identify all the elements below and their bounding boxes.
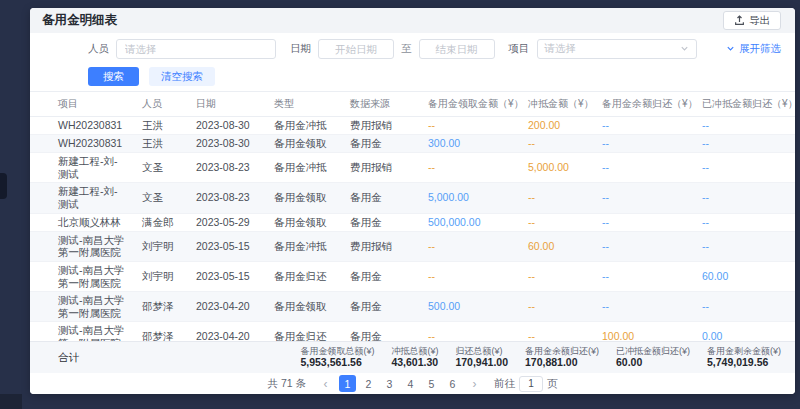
cell-project: 新建工程-刘-测试 xyxy=(30,183,134,213)
page-button-4[interactable]: 4 xyxy=(402,375,419,392)
cell-person: 文圣 xyxy=(134,153,188,183)
next-page-button[interactable]: › xyxy=(466,375,483,392)
page-button-5[interactable]: 5 xyxy=(423,375,440,392)
cell-amount-offset-returned: -- xyxy=(694,183,795,213)
cell-amount-balance-returned: -- xyxy=(594,261,694,291)
cell-amount-balance-returned: -- xyxy=(594,117,694,135)
summary-stat: 冲抵总额(¥) 43,601.30 xyxy=(391,346,438,370)
expand-filter-link[interactable]: 展开筛选 xyxy=(726,42,781,56)
summary-stats: 备用金领取总额(¥) 5,953,561.56 冲抵总额(¥) 43,601.3… xyxy=(300,346,781,370)
cell-type: 备用金归还 xyxy=(266,322,342,341)
cell-amount-offset: -- xyxy=(520,213,594,231)
person-filter-label: 人员 xyxy=(88,42,109,56)
date-end-input[interactable] xyxy=(419,39,495,59)
cell-project: WH20230831 xyxy=(30,117,134,135)
cell-type: 备用金冲抵 xyxy=(266,153,342,183)
cell-person: 满金郎 xyxy=(134,213,188,231)
column-header: 数据来源 xyxy=(342,92,420,117)
cell-amount-offset: -- xyxy=(520,322,594,341)
summary-stat-label: 冲抵总额(¥) xyxy=(391,346,438,357)
cell-amount-received: -- xyxy=(420,231,520,261)
goto-page-input[interactable] xyxy=(519,376,543,392)
summary-stat: 归还总额(¥) 170,941.00 xyxy=(455,346,508,370)
cell-source: 备用金 xyxy=(342,183,420,213)
summary-stat: 备用金剩余金额(¥) 5,749,019.56 xyxy=(707,346,781,370)
page-button-6[interactable]: 6 xyxy=(444,375,461,392)
cell-date: 2023-08-30 xyxy=(188,117,266,135)
summary-stat-label: 备用金领取总额(¥) xyxy=(300,346,374,357)
project-filter-label: 项目 xyxy=(509,42,530,56)
project-filter-select[interactable]: 请选择 xyxy=(537,39,697,59)
table-row: 新建工程-刘-测试 文圣 2023-08-23 备用金领取 备用金 5,000.… xyxy=(30,183,795,213)
report-window: 备用金明细表 导出 人员 日期 至 项目 请选择 xyxy=(30,8,795,394)
pagination-total: 共 71 条 xyxy=(267,377,306,391)
clear-search-button[interactable]: 清空搜索 xyxy=(149,67,215,86)
filter-bar: 人员 日期 至 项目 请选择 xyxy=(30,33,795,61)
table-row: 测试-南昌大学第一附属医院 邵梦泽 2023-04-20 备用金领取 备用金 5… xyxy=(30,292,795,322)
cell-amount-offset: 5,000.00 xyxy=(520,153,594,183)
summary-stat: 已冲抵金额归还(¥) 60.00 xyxy=(616,346,690,370)
export-button[interactable]: 导出 xyxy=(723,11,781,30)
page-button-3[interactable]: 3 xyxy=(381,375,398,392)
cell-amount-balance-returned: -- xyxy=(594,135,694,153)
summary-stat-value: 5,953,561.56 xyxy=(300,356,374,369)
summary-stat-label: 已冲抵金额归还(¥) xyxy=(616,346,690,357)
person-filter-input[interactable] xyxy=(116,39,276,59)
cell-amount-received: -- xyxy=(420,117,520,135)
table-header-row: 项目人员日期类型数据来源备用金领取金额（¥）冲抵金额（¥）备用金余额归还（¥）已… xyxy=(30,92,795,117)
column-header: 已冲抵金额归还（¥） xyxy=(694,92,795,117)
cell-date: 2023-08-30 xyxy=(188,135,266,153)
summary-stat-label: 备用金余额归还(¥) xyxy=(525,346,599,357)
date-filter-label: 日期 xyxy=(290,42,311,56)
goto-suffix: 页 xyxy=(547,377,558,391)
cell-amount-balance-returned: 100.00 xyxy=(594,322,694,341)
cell-person: 文圣 xyxy=(134,183,188,213)
search-button[interactable]: 搜索 xyxy=(88,67,139,86)
summary-stat-value: 170,941.00 xyxy=(455,356,508,369)
table-row: 测试-南昌大学第一附属医院 邵梦泽 2023-04-20 备用金归还 备用金 -… xyxy=(30,322,795,341)
filter-actions: 搜索 清空搜索 xyxy=(30,61,795,87)
date-start-input[interactable] xyxy=(318,39,394,59)
cell-amount-balance-returned: -- xyxy=(594,231,694,261)
cell-project: 测试-南昌大学第一附属医院 xyxy=(30,292,134,322)
cell-source: 备用金 xyxy=(342,292,420,322)
cell-source: 备用金 xyxy=(342,213,420,231)
cell-amount-received: 5,000.00 xyxy=(420,183,520,213)
page-button-1[interactable]: 1 xyxy=(339,375,356,392)
cell-amount-offset-returned: -- xyxy=(694,153,795,183)
expand-filter-label: 展开筛选 xyxy=(739,42,781,56)
cell-date: 2023-04-20 xyxy=(188,322,266,341)
table-row: 测试-南昌大学第一附属医院 刘宇明 2023-05-15 备用金归还 备用金 -… xyxy=(30,261,795,291)
cell-amount-balance-returned: -- xyxy=(594,183,694,213)
cell-type: 备用金归还 xyxy=(266,261,342,291)
cell-source: 费用报销 xyxy=(342,117,420,135)
cell-source: 备用金 xyxy=(342,322,420,341)
cell-source: 费用报销 xyxy=(342,231,420,261)
person-filter: 人员 xyxy=(88,39,276,59)
cell-project: 新建工程-刘-测试 xyxy=(30,153,134,183)
cell-amount-offset-returned: -- xyxy=(694,231,795,261)
column-header: 备用金领取金额（¥） xyxy=(420,92,520,117)
topbar: 备用金明细表 导出 xyxy=(30,8,795,33)
summary-stat-value: 43,601.30 xyxy=(391,356,438,369)
cell-amount-received: -- xyxy=(420,153,520,183)
cell-date: 2023-05-29 xyxy=(188,213,266,231)
date-filter: 日期 至 xyxy=(290,39,495,59)
page-button-2[interactable]: 2 xyxy=(360,375,377,392)
project-select-placeholder: 请选择 xyxy=(545,42,577,56)
goto-page: 前往 页 xyxy=(494,376,558,392)
cell-type: 备用金领取 xyxy=(266,135,342,153)
cell-project: 测试-南昌大学第一附属医院 xyxy=(30,261,134,291)
date-separator: 至 xyxy=(401,42,412,56)
cell-amount-received: 300.00 xyxy=(420,135,520,153)
cell-amount-offset-returned: -- xyxy=(694,135,795,153)
summary-stat: 备用金余额归还(¥) 170,881.00 xyxy=(525,346,599,370)
drawer-handle[interactable] xyxy=(0,173,7,199)
column-header: 冲抵金额（¥） xyxy=(520,92,594,117)
cell-amount-offset-returned: -- xyxy=(694,117,795,135)
prev-page-button[interactable]: ‹ xyxy=(317,375,334,392)
cell-type: 备用金领取 xyxy=(266,292,342,322)
cell-type: 备用金冲抵 xyxy=(266,117,342,135)
summary-stat-label: 备用金剩余金额(¥) xyxy=(707,346,781,357)
table-row: WH20230831 王洪 2023-08-30 备用金领取 备用金 300.0… xyxy=(30,135,795,153)
